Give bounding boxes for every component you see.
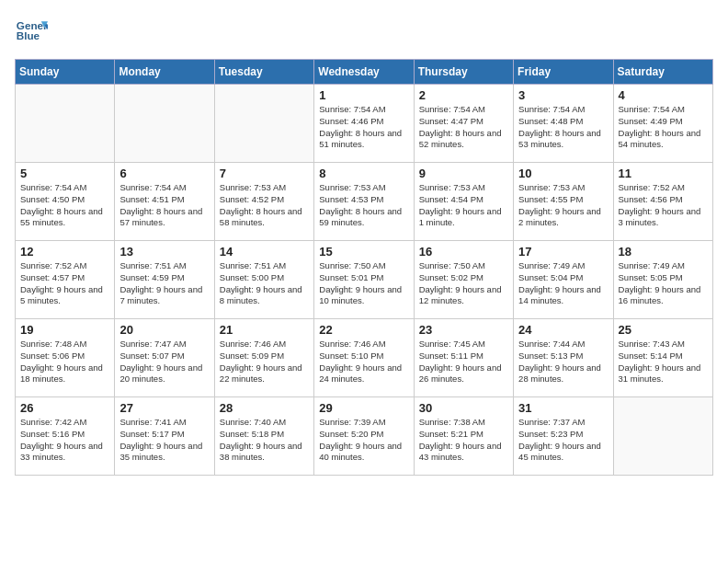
day-info: Sunrise: 7:54 AM Sunset: 4:51 PM Dayligh… [119,182,209,229]
calendar-cell: 21Sunrise: 7:46 AM Sunset: 5:09 PM Dayli… [214,319,313,397]
calendar-cell: 3Sunrise: 7:54 AM Sunset: 4:48 PM Daylig… [514,85,613,163]
day-number: 13 [119,245,209,259]
day-info: Sunrise: 7:40 AM Sunset: 5:18 PM Dayligh… [220,417,309,464]
day-number: 27 [119,401,209,415]
calendar-cell: 23Sunrise: 7:45 AM Sunset: 5:11 PM Dayli… [414,319,513,397]
day-number: 19 [20,323,109,337]
day-info: Sunrise: 7:54 AM Sunset: 4:50 PM Dayligh… [20,182,109,229]
calendar-cell: 27Sunrise: 7:41 AM Sunset: 5:17 PM Dayli… [115,397,214,476]
calendar-week-4: 19Sunrise: 7:48 AM Sunset: 5:06 PM Dayli… [16,319,713,397]
svg-text:Blue: Blue [17,29,40,41]
calendar-cell [16,85,115,163]
day-info: Sunrise: 7:38 AM Sunset: 5:21 PM Dayligh… [419,417,508,464]
day-number: 15 [319,245,408,259]
weekday-header-thursday: Thursday [414,60,513,85]
calendar-cell: 6Sunrise: 7:54 AM Sunset: 4:51 PM Daylig… [115,163,214,241]
day-info: Sunrise: 7:54 AM Sunset: 4:46 PM Dayligh… [319,104,408,151]
day-number: 25 [619,323,708,337]
day-info: Sunrise: 7:46 AM Sunset: 5:10 PM Dayligh… [319,339,408,385]
day-number: 23 [419,323,508,337]
day-number: 5 [20,167,109,180]
day-info: Sunrise: 7:52 AM Sunset: 4:57 PM Dayligh… [20,260,109,307]
day-number: 31 [518,401,608,415]
calendar-cell: 29Sunrise: 7:39 AM Sunset: 5:20 PM Dayli… [314,397,414,476]
calendar-week-3: 12Sunrise: 7:52 AM Sunset: 4:57 PM Dayli… [16,241,713,319]
day-number: 18 [619,245,708,259]
calendar-cell: 13Sunrise: 7:51 AM Sunset: 4:59 PM Dayli… [115,241,214,319]
day-number: 30 [419,401,508,415]
day-number: 1 [319,88,408,102]
day-info: Sunrise: 7:54 AM Sunset: 4:48 PM Dayligh… [518,104,608,151]
day-number: 9 [419,167,508,180]
calendar-cell: 14Sunrise: 7:51 AM Sunset: 5:00 PM Dayli… [214,241,313,319]
day-info: Sunrise: 7:43 AM Sunset: 5:14 PM Dayligh… [619,339,708,385]
day-info: Sunrise: 7:53 AM Sunset: 4:55 PM Dayligh… [518,182,608,229]
day-info: Sunrise: 7:41 AM Sunset: 5:17 PM Dayligh… [119,417,209,464]
day-info: Sunrise: 7:37 AM Sunset: 5:23 PM Dayligh… [518,417,608,464]
logo-icon: General Blue [15,15,48,48]
calendar-cell [214,85,313,163]
day-info: Sunrise: 7:49 AM Sunset: 5:05 PM Dayligh… [619,260,708,307]
day-info: Sunrise: 7:54 AM Sunset: 4:47 PM Dayligh… [419,104,508,151]
day-number: 3 [518,88,608,102]
day-info: Sunrise: 7:53 AM Sunset: 4:53 PM Dayligh… [319,182,408,229]
weekday-header-saturday: Saturday [613,60,712,85]
day-info: Sunrise: 7:48 AM Sunset: 5:06 PM Dayligh… [20,339,109,385]
calendar-cell: 19Sunrise: 7:48 AM Sunset: 5:06 PM Dayli… [16,319,115,397]
weekday-header-sunday: Sunday [16,60,115,85]
day-number: 14 [220,245,309,259]
day-number: 6 [119,167,209,180]
calendar-cell: 30Sunrise: 7:38 AM Sunset: 5:21 PM Dayli… [414,397,513,476]
weekday-header-friday: Friday [514,60,613,85]
calendar-cell: 1Sunrise: 7:54 AM Sunset: 4:46 PM Daylig… [314,85,414,163]
weekday-header-monday: Monday [115,60,214,85]
calendar-cell: 24Sunrise: 7:44 AM Sunset: 5:13 PM Dayli… [514,319,613,397]
day-info: Sunrise: 7:46 AM Sunset: 5:09 PM Dayligh… [220,339,309,385]
calendar-cell: 31Sunrise: 7:37 AM Sunset: 5:23 PM Dayli… [514,397,613,476]
calendar-cell: 25Sunrise: 7:43 AM Sunset: 5:14 PM Dayli… [613,319,712,397]
logo: General Blue [15,15,48,48]
day-number: 12 [20,245,109,259]
day-info: Sunrise: 7:42 AM Sunset: 5:16 PM Dayligh… [20,417,109,464]
calendar-cell: 9Sunrise: 7:53 AM Sunset: 4:54 PM Daylig… [414,163,513,241]
day-number: 24 [518,323,608,337]
calendar-cell: 5Sunrise: 7:54 AM Sunset: 4:50 PM Daylig… [16,163,115,241]
day-number: 7 [220,167,309,180]
day-info: Sunrise: 7:50 AM Sunset: 5:02 PM Dayligh… [419,260,508,307]
calendar-cell [115,85,214,163]
calendar-cell: 12Sunrise: 7:52 AM Sunset: 4:57 PM Dayli… [16,241,115,319]
calendar-cell: 2Sunrise: 7:54 AM Sunset: 4:47 PM Daylig… [414,85,513,163]
header: General Blue [15,15,713,48]
calendar-cell: 18Sunrise: 7:49 AM Sunset: 5:05 PM Dayli… [613,241,712,319]
day-number: 8 [319,167,408,180]
weekday-header-wednesday: Wednesday [314,60,414,85]
day-info: Sunrise: 7:54 AM Sunset: 4:49 PM Dayligh… [619,104,708,151]
day-number: 16 [419,245,508,259]
day-info: Sunrise: 7:45 AM Sunset: 5:11 PM Dayligh… [419,339,508,385]
day-info: Sunrise: 7:47 AM Sunset: 5:07 PM Dayligh… [119,339,209,385]
calendar-cell: 10Sunrise: 7:53 AM Sunset: 4:55 PM Dayli… [514,163,613,241]
day-number: 29 [319,401,408,415]
day-number: 2 [419,88,508,102]
calendar-cell: 26Sunrise: 7:42 AM Sunset: 5:16 PM Dayli… [16,397,115,476]
day-number: 4 [619,88,708,102]
weekday-header-tuesday: Tuesday [214,60,313,85]
day-number: 10 [518,167,608,180]
calendar-week-1: 1Sunrise: 7:54 AM Sunset: 4:46 PM Daylig… [16,85,713,163]
calendar-cell: 11Sunrise: 7:52 AM Sunset: 4:56 PM Dayli… [613,163,712,241]
day-info: Sunrise: 7:53 AM Sunset: 4:54 PM Dayligh… [419,182,508,229]
day-info: Sunrise: 7:49 AM Sunset: 5:04 PM Dayligh… [518,260,608,307]
day-number: 22 [319,323,408,337]
day-info: Sunrise: 7:51 AM Sunset: 5:00 PM Dayligh… [220,260,309,307]
calendar-week-2: 5Sunrise: 7:54 AM Sunset: 4:50 PM Daylig… [16,163,713,241]
day-info: Sunrise: 7:39 AM Sunset: 5:20 PM Dayligh… [319,417,408,464]
calendar-cell [613,397,712,476]
day-info: Sunrise: 7:52 AM Sunset: 4:56 PM Dayligh… [619,182,708,229]
calendar-cell: 7Sunrise: 7:53 AM Sunset: 4:52 PM Daylig… [214,163,313,241]
day-number: 17 [518,245,608,259]
calendar-cell: 8Sunrise: 7:53 AM Sunset: 4:53 PM Daylig… [314,163,414,241]
calendar-week-5: 26Sunrise: 7:42 AM Sunset: 5:16 PM Dayli… [16,397,713,476]
day-info: Sunrise: 7:44 AM Sunset: 5:13 PM Dayligh… [518,339,608,385]
day-number: 21 [220,323,309,337]
weekday-header-row: SundayMondayTuesdayWednesdayThursdayFrid… [16,60,713,85]
